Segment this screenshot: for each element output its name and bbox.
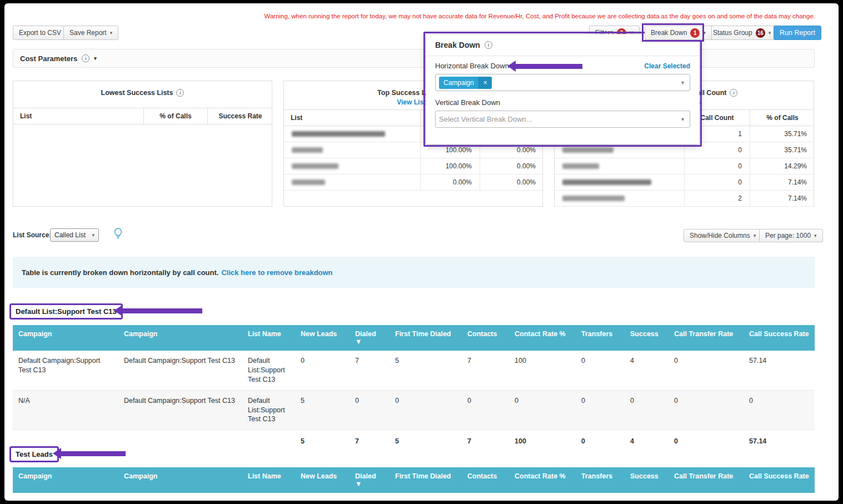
campaign-cell: Default Campaign:Support Test C13 [118, 391, 242, 430]
export-csv-button[interactable]: Export to CSV [13, 26, 67, 40]
chevron-down-icon: ▾ [703, 30, 706, 36]
popup-title: Break Down [435, 41, 480, 49]
column-header[interactable]: Call Success Rate [744, 325, 815, 351]
vertical-break-down-select[interactable]: Select Vertical Break Down... ▾ [435, 111, 690, 128]
run-report-button[interactable]: Run Report [774, 26, 821, 40]
contact-rate-cell: 0 [509, 391, 576, 430]
section-title-default-list: Default List:Support Test C13 [9, 303, 123, 320]
column-header[interactable]: Call Success Rate [744, 467, 815, 493]
column-header[interactable]: Contact Rate % [509, 467, 576, 493]
list-item: 0 14.29% [555, 158, 814, 174]
show-hide-columns-button[interactable]: Show/Hide Columns ▾ [684, 229, 762, 242]
redacted-list-name [292, 147, 323, 153]
break-down-label: Break Down [651, 29, 687, 37]
report-table-default-list: Campaign Campaign List Name New Leads Di… [13, 325, 815, 453]
column-header[interactable]: Success [625, 325, 669, 351]
column-header: Success Rate [208, 108, 273, 124]
run-report-label: Run Report [780, 29, 815, 37]
horizontal-break-down-select[interactable]: Campaign × ▾ [435, 74, 690, 91]
breakdown-notice-text: Table is currently broken down horizonta… [22, 268, 218, 277]
list-item: 2 7.14% [555, 191, 814, 207]
column-header[interactable]: Success [625, 467, 669, 493]
success-rate-value: 0.00% [421, 174, 480, 190]
remove-chip-icon[interactable]: × [478, 77, 492, 89]
chip-label: Campaign [439, 77, 478, 89]
break-down-count-badge: 1 [690, 28, 700, 38]
remove-breakdown-link[interactable]: Click here to remove breakdown [221, 268, 332, 277]
column-header[interactable]: Campaign [13, 467, 118, 493]
info-icon: i [82, 54, 89, 62]
new-leads-cell: 0 [295, 351, 350, 390]
column-header[interactable]: Campaign [118, 467, 242, 493]
report-table-test-leads: Campaign Campaign List Name New Leads Di… [13, 467, 815, 493]
column-header[interactable]: Campaign [118, 325, 242, 351]
column-header[interactable]: Campaign [13, 325, 118, 351]
column-header: List [13, 108, 144, 124]
column-header[interactable]: Contacts [462, 325, 509, 351]
status-group-count-badge: 16 [756, 28, 765, 38]
status-group-button[interactable]: Status Group 16 ▾ [707, 26, 777, 40]
percent-of-calls-value: 0.00% [480, 174, 543, 190]
per-page-button[interactable]: Per page: 1000 ▾ [759, 229, 823, 242]
column-header[interactable]: Contacts [462, 467, 509, 493]
total-contact-rate: 100 [509, 430, 576, 453]
table-row: Default Campaign:Support Test C13 Defaul… [13, 351, 815, 391]
column-header: List [284, 110, 421, 126]
chevron-down-icon: ▾ [769, 30, 771, 36]
campaign-cell: Default Campaign:Support Test C13 [13, 351, 118, 390]
column-header[interactable]: Contact Rate % [509, 325, 576, 351]
total-dialed: 7 [350, 430, 390, 453]
dialed-cell: 0 [350, 391, 390, 430]
totals-row: 5 7 5 7 100 0 4 0 57.14 [13, 430, 815, 453]
clear-selected-link[interactable]: Clear Selected [644, 62, 690, 70]
dialed-cell: 7 [350, 351, 390, 390]
column-header[interactable]: Transfers [576, 325, 625, 351]
column-header[interactable]: Transfers [576, 467, 625, 493]
total-contacts: 7 [462, 430, 509, 453]
column-header[interactable]: Call Transfer Rate [669, 325, 744, 351]
list-item: 100.00% 0.00% [284, 158, 542, 174]
annotation-arrow [122, 308, 202, 313]
redacted-list-name [562, 179, 651, 185]
list-item: 0.00% 0.00% [284, 174, 542, 191]
status-group-label: Status Group [713, 29, 752, 37]
transfers-cell: 0 [576, 351, 625, 390]
redacted-list-name [292, 131, 385, 137]
chevron-down-icon: ▾ [681, 116, 684, 122]
info-icon: i [730, 89, 737, 97]
report-page: Warning, when running the report for tod… [4, 3, 839, 501]
call-count-value: 0 [685, 174, 750, 190]
panel-title: Lowest Success Lists i [13, 81, 272, 108]
column-header[interactable]: List Name [242, 467, 295, 493]
column-header[interactable]: New Leads [295, 325, 350, 351]
break-down-popup: Break Down i Horizontal Break Down Clear… [426, 34, 700, 144]
percent-of-calls-value: 14.29% [750, 158, 815, 174]
percent-of-calls-value: 0.00% [480, 142, 543, 158]
success-rate-value: 100.00% [421, 142, 480, 158]
column-header[interactable]: Dialed ▼ [350, 467, 390, 493]
total-call-transfer-rate: 0 [669, 430, 744, 453]
list-item: 0 35.71% [555, 142, 814, 158]
column-header[interactable]: First Time Dialed [390, 467, 462, 493]
call-transfer-rate-cell: 0 [669, 351, 744, 390]
break-down-button[interactable]: Break Down 1 ▾ [645, 26, 712, 40]
column-header[interactable]: New Leads [295, 467, 350, 493]
column-header[interactable]: Dialed ▼ [350, 325, 390, 351]
horizontal-break-down-label: Horizontal Break Down [435, 62, 509, 70]
cost-parameters-label: Cost Parameters [20, 54, 77, 63]
save-report-label: Save Report [69, 29, 107, 37]
list-source-select[interactable]: Called List ▾ [50, 228, 99, 242]
chevron-down-icon: ▾ [814, 233, 817, 238]
save-report-button[interactable]: Save Report ▾ [63, 26, 118, 40]
redacted-list-name [562, 163, 599, 169]
panel-title-text: Lowest Success Lists [101, 89, 173, 97]
total-first-time-dialed: 5 [390, 430, 462, 453]
lightbulb-icon[interactable] [114, 228, 122, 242]
info-icon: i [176, 89, 184, 97]
column-header[interactable]: Call Transfer Rate [669, 467, 744, 493]
call-count-value: 0 [685, 158, 750, 174]
percent-of-calls-value: 35.71% [750, 126, 815, 142]
column-header[interactable]: First Time Dialed [390, 325, 462, 351]
column-header[interactable]: List Name [242, 325, 295, 351]
call-success-rate-cell: 0 [744, 391, 815, 430]
